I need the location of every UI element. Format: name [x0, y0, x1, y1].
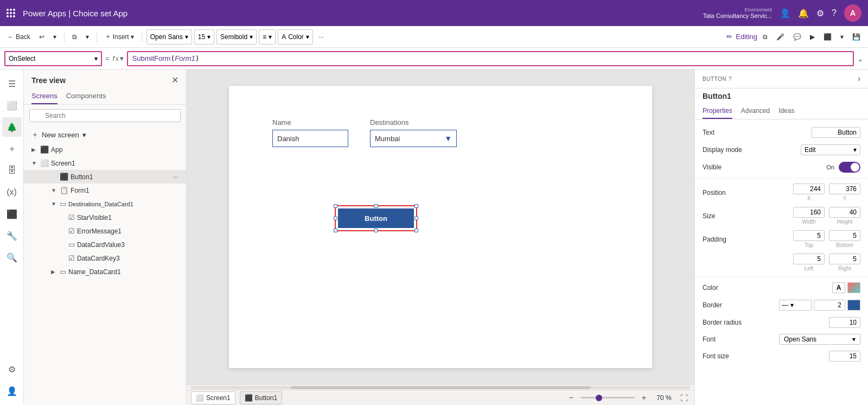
- undo-button[interactable]: ↩: [36, 31, 48, 43]
- search-sidebar-button[interactable]: 🔍: [2, 248, 22, 267]
- formula-input[interactable]: SubmitForm(Form1): [127, 51, 854, 66]
- color-text-swatch[interactable]: A: [832, 282, 845, 293]
- padding-right-input[interactable]: [829, 254, 860, 264]
- chat-button[interactable]: 💬: [790, 31, 805, 43]
- visible-toggle[interactable]: [839, 162, 860, 173]
- destinations-dropdown[interactable]: Mumbai ▼: [370, 130, 457, 147]
- border-radius-input[interactable]: [829, 317, 860, 328]
- tree-item-datacardvalue3[interactable]: ▭ DataCardValue3: [24, 238, 186, 251]
- add-element-button[interactable]: ＋: [2, 139, 22, 159]
- layers-button[interactable]: ⬜: [2, 96, 22, 115]
- border-style-selector[interactable]: — ▾: [779, 300, 812, 311]
- font-selector[interactable]: Open Sans ▾: [146, 29, 192, 45]
- height-input[interactable]: [829, 207, 860, 218]
- expand-formula-button[interactable]: ⌄: [857, 54, 864, 63]
- publish-button[interactable]: ⬛: [820, 31, 835, 43]
- canvas-page[interactable]: Name Destinations Mumbai ▼: [229, 86, 652, 368]
- position-y-input[interactable]: [829, 183, 860, 194]
- expand-panel-button[interactable]: ›: [858, 74, 860, 84]
- copy-button[interactable]: ⧉: [69, 31, 80, 43]
- tree-item-errormessage1[interactable]: ☑ ErrorMessage1: [24, 224, 186, 238]
- handle-tl[interactable]: [334, 204, 337, 208]
- text-input[interactable]: [812, 127, 860, 138]
- button1-tab[interactable]: ⬛ Button1: [240, 391, 282, 404]
- tab-screens[interactable]: Screens: [31, 88, 58, 104]
- handle-tr[interactable]: [414, 204, 418, 208]
- align-selector[interactable]: ≡ ▾: [259, 29, 276, 45]
- zoom-in-button[interactable]: +: [638, 392, 650, 404]
- database-button[interactable]: 🗄: [2, 161, 22, 180]
- help-icon[interactable]: ?: [832, 8, 837, 18]
- insert-button[interactable]: ＋ Insert ▾: [101, 30, 137, 43]
- app-launcher-icon[interactable]: [7, 9, 15, 17]
- display-mode-dropdown[interactable]: Edit ▾: [801, 144, 860, 155]
- avatar[interactable]: A: [844, 4, 861, 22]
- horizontal-scrollbar[interactable]: [187, 384, 694, 390]
- handle-mr[interactable]: [414, 217, 418, 220]
- tools-button[interactable]: 🔧: [2, 226, 22, 245]
- screen1-tab[interactable]: ⬜ Screen1: [191, 391, 235, 404]
- item-menu-button[interactable]: ···: [173, 173, 178, 181]
- tab-properties[interactable]: Properties: [703, 104, 732, 119]
- tree-view-button[interactable]: 🌲: [2, 117, 22, 137]
- help-icon[interactable]: ?: [729, 76, 732, 82]
- tree-item-destinations-datacard1[interactable]: ▼ ▭ Destinations_DataCard1: [24, 197, 186, 211]
- canvas-button[interactable]: Button: [338, 208, 414, 228]
- chevron-down-icon: ▾: [306, 33, 309, 41]
- tab-advanced[interactable]: Advanced: [741, 104, 770, 119]
- media-button[interactable]: ⬛: [2, 204, 22, 224]
- padding-left-input[interactable]: [793, 254, 825, 264]
- handle-ml[interactable]: [334, 217, 337, 220]
- publish-dropdown[interactable]: ▾: [837, 31, 847, 43]
- handle-bm[interactable]: [374, 229, 378, 232]
- position-x-input[interactable]: [793, 183, 825, 194]
- tree-item-name-datacard1[interactable]: ▶ ▭ Name_DataCard1: [24, 265, 186, 279]
- new-screen-button[interactable]: ＋ New screen ▾: [24, 126, 186, 143]
- tab-components[interactable]: Components: [66, 88, 106, 104]
- handle-br[interactable]: [414, 229, 418, 232]
- tab-ideas[interactable]: Ideas: [778, 104, 794, 119]
- zoom-out-button[interactable]: −: [565, 392, 577, 404]
- hamburger-menu-button[interactable]: ☰: [2, 74, 22, 93]
- font-size-input[interactable]: [829, 351, 860, 362]
- variable-button[interactable]: (x): [2, 182, 22, 202]
- handle-tm[interactable]: [374, 204, 378, 208]
- undo-dropdown[interactable]: ▾: [50, 31, 60, 43]
- more-options-button[interactable]: ···: [315, 31, 327, 43]
- tree-close-button[interactable]: ✕: [171, 75, 178, 85]
- padding-top-input[interactable]: [793, 230, 825, 241]
- mic-button[interactable]: 🎤: [773, 31, 788, 43]
- color-fill-swatch[interactable]: [847, 282, 860, 293]
- search-input[interactable]: [29, 109, 181, 122]
- tree-item-datacardkey3[interactable]: ☑ DataCardKey3: [24, 251, 186, 265]
- font-weight-selector[interactable]: Semibold ▾: [216, 29, 257, 45]
- width-input[interactable]: [793, 207, 825, 218]
- border-width-input[interactable]: [814, 300, 845, 311]
- tree-item-form1[interactable]: ▼ 📋 Form1: [24, 183, 186, 197]
- property-selector[interactable]: OnSelect ▾: [4, 51, 102, 66]
- notification-icon[interactable]: 🔔: [798, 8, 809, 18]
- zoom-slider[interactable]: [580, 397, 635, 398]
- name-input[interactable]: [272, 130, 348, 147]
- play-button[interactable]: ▶: [807, 31, 818, 43]
- fit-screen-button[interactable]: ⛶: [678, 392, 690, 404]
- settings-icon[interactable]: ⚙: [816, 8, 824, 18]
- copy-dropdown[interactable]: ▾: [82, 31, 92, 43]
- tree-item-starvisible1[interactable]: ☑ StarVisible1: [24, 211, 186, 224]
- font-family-dropdown[interactable]: Open Sans ▾: [779, 334, 860, 345]
- border-color-swatch[interactable]: [847, 300, 860, 311]
- back-button[interactable]: ← Back: [4, 31, 34, 43]
- person-icon[interactable]: 👤: [780, 8, 790, 18]
- font-size-selector[interactable]: 15 ▾: [194, 29, 214, 45]
- color-selector[interactable]: A Color ▾: [278, 29, 313, 45]
- tree-item-screen1[interactable]: ▼ ⬜ Screen1: [24, 156, 186, 170]
- fx-button[interactable]: fx ▾: [113, 54, 124, 62]
- settings-sidebar-button[interactable]: ⚙: [2, 359, 22, 379]
- padding-bottom-input[interactable]: [829, 230, 860, 241]
- user-sidebar-button[interactable]: 👤: [2, 381, 22, 401]
- tree-item-button1[interactable]: ⬛ Button1 ···: [24, 170, 186, 183]
- tree-item-app[interactable]: ▶ ⬛ App: [24, 143, 186, 156]
- handle-bl[interactable]: [334, 229, 337, 232]
- save-indicator[interactable]: 💾: [849, 31, 864, 43]
- share-button[interactable]: ⧉: [760, 31, 771, 43]
